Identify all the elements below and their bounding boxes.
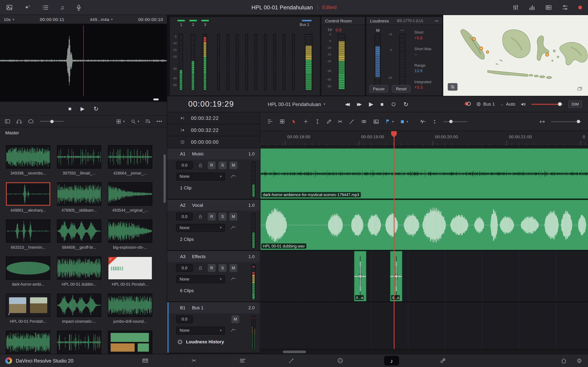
fx-clip[interactable]: 4...a [354, 251, 366, 301]
marker-menu[interactable]: ▾ [400, 119, 408, 124]
expand-viewer-icon[interactable] [577, 86, 583, 92]
clip-thumbnail[interactable]: ♪ [6, 294, 50, 317]
clip-thumbnail[interactable] [6, 257, 50, 280]
playback-speed-select[interactable]: 10x▾ [4, 17, 14, 22]
horizontal-zoom-icon[interactable] [539, 118, 545, 124]
dim-button[interactable]: DIM [568, 100, 582, 108]
clip-thumbnail[interactable] [6, 219, 50, 243]
gain-field[interactable]: 0.0 [176, 212, 193, 220]
mixer-icon[interactable] [512, 4, 519, 11]
selection-tool-icon[interactable] [291, 118, 297, 124]
fairlight-page-button[interactable]: ♪ [384, 356, 399, 366]
vertical-zoom-slider[interactable] [443, 121, 467, 122]
session-start-timecode[interactable]: 00:00:00:00 [167, 136, 260, 149]
sound-library-icon[interactable]: ♫ [60, 4, 64, 10]
media-pool-clip[interactable]: impact-cinematic-... [57, 294, 101, 324]
clip-duration-timecode[interactable]: 00:00:00:10 [138, 17, 163, 22]
clip-thumbnail[interactable] [108, 182, 152, 206]
record-arm-button[interactable]: R [208, 161, 216, 169]
timeline-start-timecode[interactable]: 00:00:32:22 [167, 124, 260, 136]
vocal-clip[interactable]: HPL 00-01 dubbing.wav [260, 200, 588, 250]
link-icon[interactable] [361, 118, 367, 125]
clip-thumbnail[interactable] [6, 145, 50, 169]
track-view-options-icon[interactable] [267, 118, 273, 125]
clip-thumbnail[interactable] [57, 294, 101, 317]
project-manager-icon[interactable] [561, 358, 567, 364]
clip-thumbnail[interactable] [57, 257, 101, 280]
media-pool-clip[interactable]: 428664__jomse_... [108, 145, 152, 176]
eq-curve-icon[interactable] [230, 327, 236, 333]
eq-curve-icon[interactable] [230, 225, 236, 231]
pause-button[interactable]: Pause [369, 85, 388, 92]
mute-button[interactable]: M [229, 212, 237, 220]
play-button[interactable]: ▶ [369, 101, 373, 108]
timeline-tracks[interactable]: dark-horror-ambience-for-mystical-scenes… [260, 146, 588, 349]
audition-icon[interactable] [16, 118, 22, 124]
timeline-end-timecode[interactable]: 00:00:32:22 [167, 112, 260, 124]
solo-button[interactable]: S [219, 212, 227, 220]
solo-button[interactable]: S [219, 161, 227, 169]
stop-button[interactable]: ■ [380, 101, 384, 107]
mute-button[interactable]: M [229, 264, 237, 272]
mute-button[interactable]: M [229, 161, 237, 169]
clip-thumbnail[interactable] [57, 219, 101, 243]
preview-zoom-bar[interactable] [0, 98, 167, 102]
stop-button[interactable]: ■ [68, 106, 72, 111]
pen-tool-icon[interactable] [326, 119, 332, 124]
clip-thumbnail[interactable] [108, 145, 152, 169]
horizontal-zoom-slider[interactable] [551, 121, 581, 122]
fast-forward-button[interactable]: ▶▶ [357, 102, 362, 107]
insert-select[interactable]: None▾ [176, 326, 225, 334]
gain-field[interactable]: 0.0 [176, 264, 193, 272]
track-header-a2[interactable]: A2Vocal1.0 0.0 R S M None▾ 2 Clips [167, 200, 260, 251]
monitor-output-select[interactable]: ⚙ Bus 1 [476, 101, 495, 107]
insert-select[interactable]: None▾ [176, 275, 225, 283]
media-pool-clip[interactable]: big-explosion-sfx-... [108, 219, 152, 250]
clip-thumbnail[interactable] [57, 182, 101, 206]
lock-icon[interactable] [198, 265, 203, 270]
clip-thumbnail[interactable] [108, 294, 152, 317]
mic-icon[interactable] [76, 4, 82, 11]
flag-menu[interactable]: ▾ [385, 119, 394, 124]
media-pool-clip[interactable] [57, 331, 101, 354]
media-pool-icon[interactable] [6, 4, 13, 11]
fusion-page-button[interactable] [287, 356, 296, 366]
media-pool-scrollbar[interactable] [164, 154, 166, 203]
metadata-icon[interactable] [545, 4, 552, 11]
clip-name-select[interactable]: 449...m4a▾ [90, 17, 113, 22]
deliver-page-button[interactable] [438, 356, 448, 366]
clip-preview[interactable] [0, 24, 167, 98]
zoom-handle[interactable] [153, 99, 159, 100]
media-pool-clip[interactable]: jumbo-drill-sound... [108, 294, 152, 324]
media-pool-clip[interactable]: ✓HPL 00-01 Pendah... [108, 257, 152, 287]
monitor-volume-slider[interactable] [531, 104, 564, 105]
timeline-select[interactable]: HPL 00-01 Pendahuluan▾ [268, 101, 325, 107]
media-pool-clip[interactable]: 397550__lilmati_... [57, 145, 101, 176]
gain-field[interactable]: 0.0 [176, 315, 193, 323]
settings-gear-icon[interactable]: ⚙ [577, 357, 582, 364]
viewer-settings-button[interactable] [448, 83, 458, 91]
record-button[interactable] [391, 101, 397, 107]
mute-button[interactable]: M [231, 315, 239, 323]
loop-button[interactable]: ↻ [403, 100, 408, 108]
meters-icon[interactable] [529, 4, 536, 11]
media-pool-clip[interactable]: 493544__original_... [108, 182, 152, 213]
cloud-icon[interactable] [28, 118, 34, 124]
insert-select[interactable]: None▾ [176, 173, 225, 180]
media-pool-clip[interactable]: 684606__geoff-br... [57, 219, 101, 250]
cut-page-button[interactable]: ✂ [189, 356, 199, 366]
vertical-zoom-icon[interactable] [432, 119, 437, 124]
playhead[interactable] [394, 131, 395, 349]
media-pool-clip[interactable]: 449861__alexhanj... [6, 182, 50, 213]
clip-thumbnail[interactable] [6, 182, 50, 206]
media-pool-clip[interactable]: HPL 00-01 dubbin... [57, 257, 101, 287]
color-page-button[interactable] [335, 356, 345, 366]
av-link-icon[interactable] [464, 100, 471, 108]
range-selection-icon[interactable] [315, 119, 320, 124]
media-pool-clip[interactable] [6, 331, 50, 354]
speaker-icon[interactable] [520, 101, 527, 107]
reset-button[interactable]: Reset [392, 85, 411, 92]
lock-icon[interactable] [198, 214, 203, 219]
index-icon[interactable] [42, 4, 49, 11]
snapshot-icon[interactable] [373, 118, 379, 124]
